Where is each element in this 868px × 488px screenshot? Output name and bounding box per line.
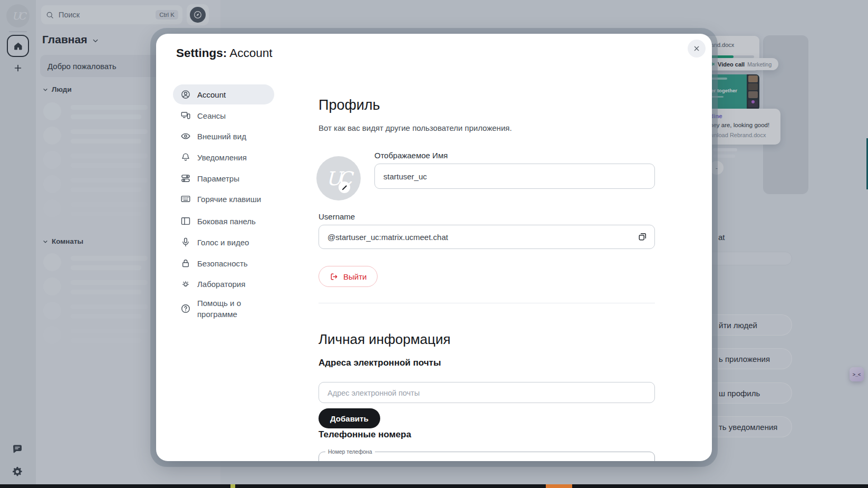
settings-menu-label: Боковая панель [197,216,256,227]
help-icon [180,303,191,314]
settings-menu-item-notifications[interactable]: Уведомления [173,147,274,167]
username-label: Username [319,212,355,221]
display-name-field-wrap [374,164,655,189]
avatar-edit-button[interactable] [339,181,350,193]
notifications-icon [180,152,191,162]
settings-menu-label: Сеансы [197,110,226,121]
avatar[interactable]: UC [316,156,361,200]
app-screen: UC Поиск Ctrl K Главная Добро пожаловать… [0,0,868,488]
sessions-icon [180,110,191,121]
settings-menu-item-account[interactable]: Account [173,84,274,104]
settings-menu-label: Горячие клавиши [197,194,261,205]
section-divider [319,303,655,303]
keyboard-icon [180,194,191,204]
voice-video-icon [180,237,191,247]
settings-menu-item-help[interactable]: Помощь и о программе [173,295,274,322]
settings-menu-label: Помощь и о программе [197,298,261,320]
taskbar-segment [230,484,235,488]
dialog-title-prefix: Settings: [176,46,227,60]
settings-menu-label: Параметры [197,173,239,184]
settings-menu-item-sidebar[interactable]: Боковая панель [173,211,274,231]
settings-menu-item-sessions[interactable]: Сеансы [173,106,274,126]
phone-field-wrap[interactable]: Номер телефона [319,448,655,461]
signout-label: Выйти [343,272,367,281]
settings-menu-label: Голос и видео [197,237,249,248]
labs-icon [180,279,191,289]
logout-icon [330,272,339,281]
personal-info-heading: Личная информация [319,331,450,348]
display-name-input[interactable] [375,164,654,188]
taskbar-segment [546,484,572,488]
preferences-icon [180,173,191,184]
profile-subtitle: Вот как вас видят другие пользователи пр… [319,123,512,132]
settings-menu-item-voice-video[interactable]: Голос и видео [173,232,274,252]
pencil-icon [341,184,349,192]
settings-menu-item-security[interactable]: Безопасность [173,253,274,273]
phones-heading: Телефонные номера [319,429,411,440]
settings-menu-label: Лаборатория [197,279,245,290]
phone-field-label: Номер телефона [325,448,375,455]
dialog-title: Settings: Account [176,46,273,60]
taskbar-strip [0,484,868,488]
username-field-wrap [319,225,655,249]
email-field-wrap [319,382,655,403]
account-icon [180,89,191,100]
settings-menu-item-preferences[interactable]: Параметры [173,168,274,188]
emails-heading: Адреса электронной почты [319,358,441,368]
username-input[interactable] [319,225,654,248]
add-email-label: Добавить [330,414,369,423]
settings-menu-label: Уведомления [197,152,247,163]
copy-icon[interactable] [637,231,649,243]
settings-menu-label: Внешний вид [197,131,246,142]
sidebar-icon [180,216,191,226]
add-email-button[interactable]: Добавить [319,408,380,428]
appearance-icon [180,131,191,141]
security-icon [180,258,191,269]
email-input[interactable] [319,382,654,403]
settings-dialog-frame: Settings: Account AccountСеансыВнешний в… [150,28,718,467]
settings-menu-item-appearance[interactable]: Внешний вид [173,126,274,146]
settings-dialog: Settings: Account AccountСеансыВнешний в… [156,34,712,461]
settings-menu-item-labs[interactable]: Лаборатория [173,274,274,294]
profile-heading: Профиль [319,97,380,113]
settings-menu-label: Безопасность [197,258,248,269]
settings-content: Профиль Вот как вас видят другие пользов… [319,34,655,461]
display-name-label: Отображаемое Имя [374,151,448,160]
settings-menu-label: Account [197,89,226,100]
settings-menu-item-keyboard[interactable]: Горячие клавиши [173,189,274,209]
close-button[interactable] [688,40,706,58]
close-icon [692,44,701,53]
dialog-title-tab: Account [227,46,272,60]
signout-button[interactable]: Выйти [319,266,378,287]
